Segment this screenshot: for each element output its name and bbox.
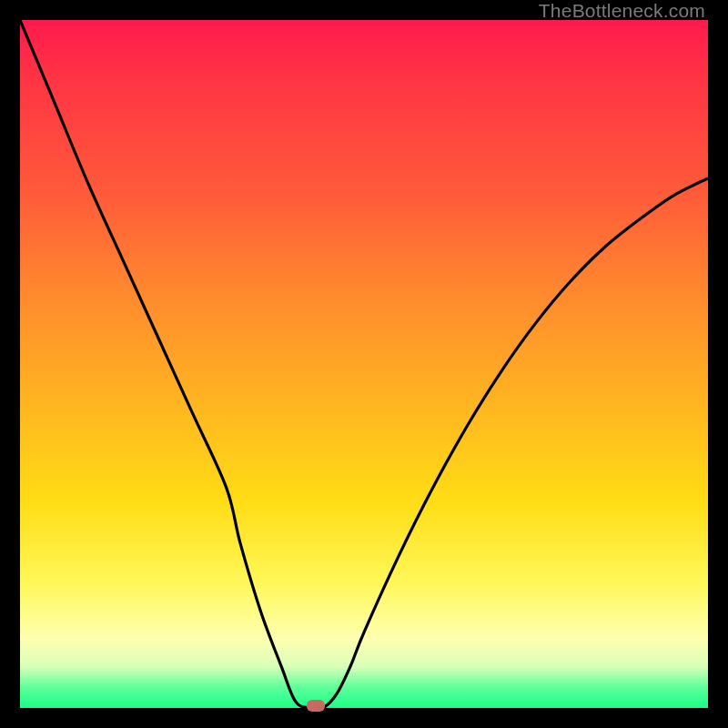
bottleneck-curve <box>20 20 708 708</box>
chart-frame: TheBottleneck.com <box>0 0 728 728</box>
optimum-marker <box>307 700 325 712</box>
watermark-text: TheBottleneck.com <box>539 0 705 22</box>
curve-layer <box>20 20 708 708</box>
